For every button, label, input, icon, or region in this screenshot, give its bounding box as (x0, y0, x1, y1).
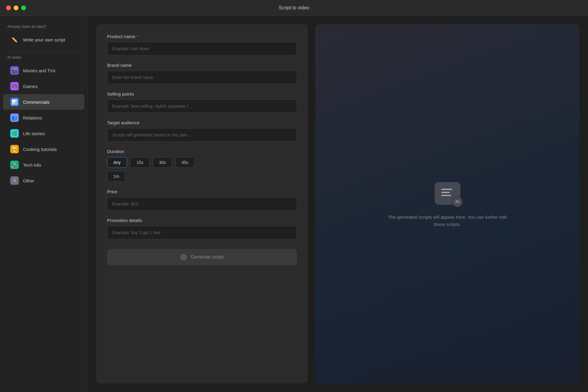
selling-points-input[interactable] (107, 100, 297, 113)
sidebar: Already have an idea? ✏️ Write your own … (0, 16, 88, 392)
sidebar-item-commercials[interactable]: 📊 Commercials (3, 94, 84, 110)
promotion-input[interactable] (107, 226, 297, 239)
sidebar-section-ai: AI writer (0, 55, 87, 63)
script-lines-icon (441, 189, 453, 198)
window-title: Script to video (279, 5, 309, 11)
brand-name-input[interactable] (107, 71, 297, 84)
promotion-label: Promotion details (107, 218, 297, 223)
sidebar-write-own-label: Write your own script (23, 37, 65, 42)
sidebar-movies-label: Movies and TVs (23, 68, 55, 73)
ai-icon-container: AI (434, 180, 461, 207)
duration-45s-button[interactable]: 45s (175, 157, 195, 168)
minimize-button[interactable] (14, 5, 18, 10)
duration-15s-button[interactable]: 15s (130, 157, 150, 168)
selling-points-group: Selling points (107, 91, 297, 113)
duration-1m-button[interactable]: 1m (107, 171, 126, 182)
tech-icon: 🚀 (10, 161, 19, 169)
svg-rect-0 (441, 189, 452, 190)
promotion-group: Promotion details (107, 218, 297, 239)
preview-panel: AI The generated scripts will appear her… (315, 24, 580, 384)
maximize-button[interactable] (21, 5, 26, 10)
sidebar-item-cooking[interactable]: 🍸 Cooking tutorials (3, 141, 84, 157)
toggle-indicator (180, 254, 187, 260)
sidebar-other-label: Other (23, 178, 34, 183)
selling-points-label: Selling points (107, 91, 297, 96)
life-stories-icon: 🌿 (10, 129, 19, 138)
price-input[interactable] (107, 197, 297, 211)
movies-icon: 🎬 (10, 66, 19, 75)
duration-label: Duration (107, 149, 297, 154)
sidebar-divider (7, 51, 80, 51)
titlebar: Script to video (0, 0, 588, 16)
preview-description: The generated scripts will appear here. … (387, 214, 508, 228)
commercials-icon: 📊 (10, 98, 19, 106)
product-name-label: Product name * (107, 34, 297, 39)
ai-badge: AI (452, 196, 463, 207)
sidebar-section-already: Already have an idea? (0, 24, 87, 32)
duration-buttons: Any 15s 30s 45s (107, 157, 297, 168)
generate-btn-label: Generate script (191, 254, 224, 260)
ai-icon-bg: AI (435, 182, 460, 205)
target-audience-label: Target audience (107, 120, 297, 125)
sidebar-item-relations[interactable]: 👥 Relations (3, 110, 84, 126)
target-audience-group: Target audience (107, 120, 297, 142)
price-label: Price (107, 189, 297, 194)
games-icon: 🎮 (10, 82, 19, 90)
sidebar-item-tech[interactable]: 🚀 Tech info (3, 157, 84, 173)
close-button[interactable] (6, 5, 11, 10)
form-panel: Product name * Brand name Selling points… (96, 24, 308, 384)
duration-any-button[interactable]: Any (107, 157, 127, 168)
sidebar-item-movies[interactable]: 🎬 Movies and TVs (3, 63, 84, 78)
sidebar-cooking-label: Cooking tutorials (23, 147, 57, 152)
window-controls (6, 5, 26, 10)
sidebar-life-label: Life stories (23, 131, 45, 136)
sidebar-commercials-label: Commercials (23, 100, 50, 105)
sidebar-games-label: Games (23, 84, 38, 89)
relations-icon: 👥 (10, 113, 19, 122)
duration-30s-button[interactable]: 30s (153, 157, 172, 168)
required-star: * (137, 34, 138, 39)
svg-rect-1 (441, 192, 450, 193)
cooking-icon: 🍸 (10, 145, 19, 153)
sidebar-tech-label: Tech info (23, 162, 41, 168)
content-area: Product name * Brand name Selling points… (88, 16, 588, 392)
brand-name-group: Brand name (107, 63, 297, 84)
svg-rect-2 (441, 195, 451, 196)
duration-buttons-row2: 1m (107, 171, 297, 182)
price-group: Price (107, 189, 297, 211)
sidebar-item-games[interactable]: 🎮 Games (3, 78, 84, 94)
duration-group: Duration Any 15s 30s 45s 1m (107, 149, 297, 182)
generate-script-button[interactable]: Generate script (107, 249, 297, 265)
target-audience-input[interactable] (107, 128, 297, 142)
sidebar-item-write-own[interactable]: ✏️ Write your own script (3, 32, 84, 47)
product-name-input[interactable] (107, 42, 297, 55)
pencil-icon: ✏️ (10, 35, 19, 44)
sidebar-item-life-stories[interactable]: 🌿 Life stories (3, 126, 84, 141)
product-name-group: Product name * (107, 34, 297, 55)
brand-name-label: Brand name (107, 63, 297, 68)
sidebar-item-other[interactable]: ≡ Other (3, 173, 84, 188)
sidebar-relations-label: Relations (23, 115, 42, 120)
other-icon: ≡ (10, 176, 19, 185)
app-body: Already have an idea? ✏️ Write your own … (0, 16, 588, 392)
